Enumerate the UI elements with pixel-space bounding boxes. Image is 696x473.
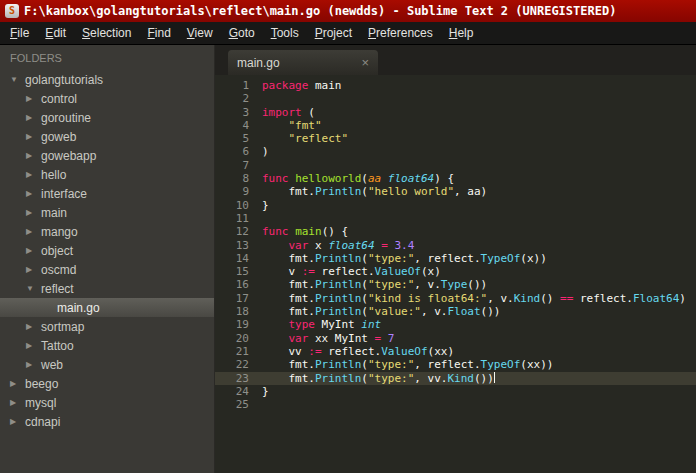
tree-item-label: object — [41, 244, 73, 258]
title-bar: S F:\kanbox\golangtutorials\reflect\main… — [0, 0, 696, 22]
chevron-right-icon[interactable]: ▶ — [26, 360, 41, 369]
chevron-right-icon[interactable]: ▶ — [26, 113, 41, 122]
chevron-right-icon[interactable]: ▶ — [10, 379, 25, 388]
folder-item-sortmap[interactable]: ▶sortmap — [0, 317, 214, 336]
tab-main-go[interactable]: main.go × — [228, 50, 378, 75]
code-line[interactable]: 10} — [215, 199, 696, 212]
folder-item-mango[interactable]: ▶mango — [0, 222, 214, 241]
menu-item-find[interactable]: Find — [139, 23, 178, 43]
chevron-right-icon[interactable]: ▶ — [26, 227, 41, 236]
code-line[interactable]: 16 fmt.Println("type:", v.Type()) — [215, 278, 696, 291]
code-line[interactable]: 13 var x float64 = 3.4 — [215, 239, 696, 252]
code-line[interactable]: 12func main() { — [215, 225, 696, 238]
code-line[interactable]: 24} — [215, 385, 696, 398]
code-line[interactable]: 1package main — [215, 79, 696, 92]
code-line[interactable]: 2 — [215, 92, 696, 105]
menu-item-help[interactable]: Help — [441, 23, 482, 43]
code-line[interactable]: 7 — [215, 159, 696, 172]
folder-item-cdnapi[interactable]: ▶cdnapi — [0, 412, 214, 431]
chevron-right-icon[interactable]: ▶ — [26, 170, 41, 179]
folder-item-Tattoo[interactable]: ▶Tattoo — [0, 336, 214, 355]
chevron-right-icon[interactable]: ▶ — [10, 417, 25, 426]
code-line[interactable]: 6) — [215, 145, 696, 158]
code-editor[interactable]: 1package main23import (4 "fmt"5 "reflect… — [215, 75, 696, 473]
tree-item-label: main — [41, 206, 67, 220]
folder-item-goroutine[interactable]: ▶goroutine — [0, 108, 214, 127]
code-line[interactable]: 18 fmt.Println("value:", v.Float()) — [215, 305, 696, 318]
line-number: 19 — [215, 318, 249, 331]
code-line[interactable]: 9 fmt.Println("hello world", aa) — [215, 185, 696, 198]
menu-item-preferences[interactable]: Preferences — [360, 23, 441, 43]
code-text: fmt.Println("hello world", aa) — [262, 185, 487, 198]
code-text: package main — [262, 79, 341, 92]
line-number: 10 — [215, 199, 249, 212]
code-line[interactable]: 19 type MyInt int — [215, 318, 696, 331]
folder-item-object[interactable]: ▶object — [0, 241, 214, 260]
code-text: import ( — [262, 106, 315, 119]
chevron-down-icon[interactable]: ▼ — [10, 75, 25, 84]
line-number: 7 — [215, 159, 249, 172]
tree-item-label: golangtutorials — [25, 73, 103, 87]
folder-item-control[interactable]: ▶control — [0, 89, 214, 108]
line-number: 5 — [215, 132, 249, 145]
tree-item-label: Tattoo — [41, 339, 74, 353]
line-number: 1 — [215, 79, 249, 92]
line-number: 8 — [215, 172, 249, 185]
folder-item-beego[interactable]: ▶beego — [0, 374, 214, 393]
app-icon: S — [5, 4, 19, 18]
chevron-right-icon[interactable]: ▶ — [10, 398, 25, 407]
chevron-right-icon[interactable]: ▶ — [26, 208, 41, 217]
menu-item-project[interactable]: Project — [307, 23, 360, 43]
tab-close-icon[interactable]: × — [361, 56, 369, 69]
chevron-right-icon[interactable]: ▶ — [26, 132, 41, 141]
code-text: fmt.Println("kind is float64:", v.Kind()… — [262, 292, 686, 305]
menu-item-goto[interactable]: Goto — [221, 23, 263, 43]
file-item-main.go[interactable]: main.go — [0, 298, 214, 317]
chevron-right-icon[interactable]: ▶ — [26, 322, 41, 331]
code-text: } — [262, 199, 269, 212]
editor-column: main.go × 1package main23import (4 "fmt"… — [215, 45, 696, 473]
folder-item-golangtutorials[interactable]: ▼golangtutorials — [0, 70, 214, 89]
chevron-right-icon[interactable]: ▶ — [26, 265, 41, 274]
code-line[interactable]: 5 "reflect" — [215, 132, 696, 145]
folder-item-goweb[interactable]: ▶goweb — [0, 127, 214, 146]
folder-item-oscmd[interactable]: ▶oscmd — [0, 260, 214, 279]
code-line[interactable]: 17 fmt.Println("kind is float64:", v.Kin… — [215, 292, 696, 305]
menu-item-file[interactable]: File — [2, 23, 37, 43]
chevron-down-icon[interactable]: ▼ — [26, 284, 41, 293]
code-line[interactable]: 23 fmt.Println("type:", vv.Kind()) — [215, 372, 696, 385]
line-number: 9 — [215, 185, 249, 198]
code-text: "reflect" — [262, 132, 348, 145]
folder-item-reflect[interactable]: ▼reflect — [0, 279, 214, 298]
code-line[interactable]: 11 — [215, 212, 696, 225]
chevron-right-icon[interactable]: ▶ — [26, 94, 41, 103]
code-line[interactable]: 4 "fmt" — [215, 119, 696, 132]
menu-item-selection[interactable]: Selection — [74, 23, 139, 43]
chevron-right-icon[interactable]: ▶ — [26, 189, 41, 198]
code-line[interactable]: 15 v := reflect.ValueOf(x) — [215, 265, 696, 278]
folder-item-interface[interactable]: ▶interface — [0, 184, 214, 203]
code-line[interactable]: 21 vv := reflect.ValueOf(xx) — [215, 345, 696, 358]
menu-item-view[interactable]: View — [179, 23, 221, 43]
menu-item-edit[interactable]: Edit — [37, 23, 74, 43]
menu-item-tools[interactable]: Tools — [263, 23, 307, 43]
folder-item-mysql[interactable]: ▶mysql — [0, 393, 214, 412]
tree-item-label: gowebapp — [41, 149, 96, 163]
code-text: var x float64 = 3.4 — [262, 239, 414, 252]
chevron-right-icon[interactable]: ▶ — [26, 246, 41, 255]
code-line[interactable]: 3import ( — [215, 106, 696, 119]
code-line[interactable]: 22 fmt.Println("type:", reflect.TypeOf(x… — [215, 358, 696, 371]
line-number: 21 — [215, 345, 249, 358]
code-line[interactable]: 25 — [215, 398, 696, 411]
folder-item-hello[interactable]: ▶hello — [0, 165, 214, 184]
code-line[interactable]: 14 fmt.Println("type:", reflect.TypeOf(x… — [215, 252, 696, 265]
chevron-right-icon[interactable]: ▶ — [26, 341, 41, 350]
code-line[interactable]: 8func helloworld(aa float64) { — [215, 172, 696, 185]
folder-item-web[interactable]: ▶web — [0, 355, 214, 374]
code-line[interactable]: 20 var xx MyInt = 7 — [215, 332, 696, 345]
code-lines: 1package main23import (4 "fmt"5 "reflect… — [215, 79, 696, 411]
chevron-right-icon[interactable]: ▶ — [26, 151, 41, 160]
folder-tree: ▼golangtutorials▶control▶goroutine▶goweb… — [0, 70, 214, 431]
folder-item-gowebapp[interactable]: ▶gowebapp — [0, 146, 214, 165]
folder-item-main[interactable]: ▶main — [0, 203, 214, 222]
